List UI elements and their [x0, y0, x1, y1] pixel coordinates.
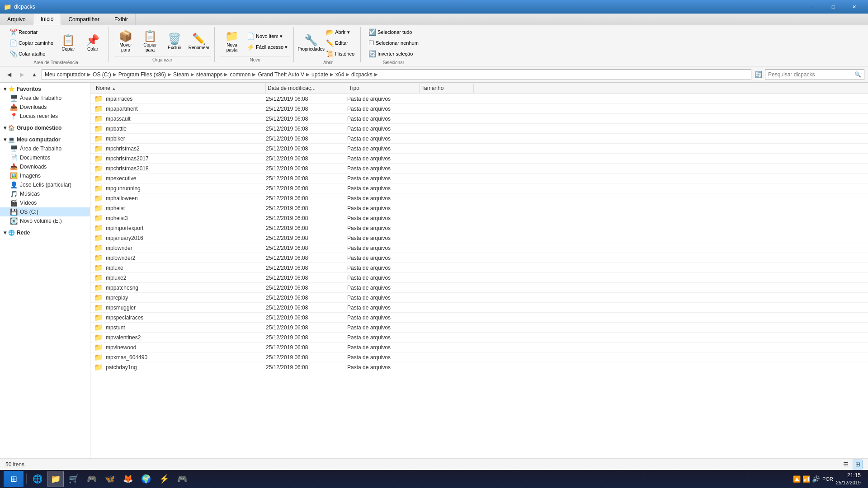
- table-row[interactable]: 📁 mpairraces 25/12/2019 06:08 Pasta de a…: [90, 94, 868, 104]
- path-steamapps[interactable]: steamapps: [196, 71, 223, 78]
- selecionar-nenhum-button[interactable]: ☐Selecionar nenhum: [366, 38, 421, 48]
- sidebar-section-mycomputer[interactable]: ▾ 💻 Meu computador: [0, 135, 90, 144]
- table-row[interactable]: 📁 mpbattle 25/12/2019 06:08 Pasta de arq…: [90, 124, 868, 134]
- maximize-button[interactable]: □: [823, 0, 844, 14]
- path-steam[interactable]: Steam: [173, 71, 189, 78]
- table-row[interactable]: 📁 mpsmuggler 25/12/2019 06:08 Pasta de a…: [90, 303, 868, 313]
- tab-arquivo[interactable]: Arquivo: [0, 14, 33, 25]
- taskbar-other[interactable]: 🦋: [102, 471, 118, 487]
- table-row[interactable]: 📁 mpstunt 25/12/2019 06:08 Pasta de arqu…: [90, 323, 868, 333]
- path-osc[interactable]: OS (C:): [93, 71, 111, 78]
- sidebar-item-documents[interactable]: 📄 Documentos: [0, 153, 90, 162]
- facil-acesso-button[interactable]: ⚡Fácil acesso ▾: [245, 42, 290, 52]
- taskbar-game[interactable]: 🎮: [84, 471, 100, 487]
- colar-atalho-button[interactable]: 📎Colar atalho: [7, 49, 56, 59]
- path-update[interactable]: update: [311, 71, 328, 78]
- details-view-button[interactable]: ☰: [841, 460, 851, 469]
- sidebar-item-novovol[interactable]: 💽 Novo volume (E:): [0, 216, 90, 225]
- table-row[interactable]: 📁 mpheist 25/12/2019 06:08 Pasta de arqu…: [90, 203, 868, 213]
- path-common[interactable]: common: [230, 71, 250, 78]
- address-path[interactable]: Meu computador ▶ OS (C:) ▶ Program Files…: [42, 69, 751, 80]
- renomear-button[interactable]: ✏️ Renomear: [187, 28, 211, 55]
- mover-para-button[interactable]: 📦 Moverpara: [114, 28, 137, 55]
- table-row[interactable]: 📁 mphalloween 25/12/2019 06:08 Pasta de …: [90, 193, 868, 203]
- sidebar-item-downloads[interactable]: 📥 Downloads: [0, 162, 90, 171]
- table-row[interactable]: 📁 patchday1ng 25/12/2019 06:08 Pasta de …: [90, 362, 868, 372]
- table-row[interactable]: 📁 mpspecialraces 25/12/2019 06:08 Pasta …: [90, 313, 868, 323]
- path-dlcpacks[interactable]: dlcpacks: [351, 71, 373, 78]
- table-row[interactable]: 📁 mppatchesng 25/12/2019 06:08 Pasta de …: [90, 283, 868, 293]
- recortar-button[interactable]: ✂️Recortar: [7, 27, 56, 37]
- tray-expand-icon[interactable]: 🔼: [793, 475, 801, 483]
- table-row[interactable]: 📁 mpvalentines2 25/12/2019 06:08 Pasta d…: [90, 333, 868, 343]
- inverter-selecao-button[interactable]: 🔄Inverter seleção: [366, 49, 415, 59]
- table-row[interactable]: 📁 mpchristmas2018 25/12/2019 06:08 Pasta…: [90, 164, 868, 174]
- minimize-button[interactable]: ─: [802, 0, 823, 14]
- forward-button[interactable]: ▶: [16, 69, 27, 80]
- sidebar-item-desktop[interactable]: 🖥️ Área de Trabalho: [0, 144, 90, 153]
- taskbar-store[interactable]: 🛒: [66, 471, 82, 487]
- path-mycomputer[interactable]: Meu computador: [45, 71, 85, 78]
- col-header-type[interactable]: Tipo: [347, 84, 420, 93]
- table-row[interactable]: 📁 mpheist3 25/12/2019 06:08 Pasta de arq…: [90, 213, 868, 223]
- table-row[interactable]: 📁 mpchristmas2 25/12/2019 06:08 Pasta de…: [90, 144, 868, 154]
- editar-button[interactable]: ✏️Editar: [324, 38, 357, 48]
- back-button[interactable]: ◀: [4, 69, 14, 80]
- sidebar-section-rede[interactable]: ▾ 🌐 Rede: [0, 228, 90, 237]
- selecionar-tudo-button[interactable]: ☑️Selecionar tudo: [366, 27, 414, 37]
- list-view-button[interactable]: ⊞: [853, 460, 863, 469]
- start-button[interactable]: ⊞: [4, 471, 24, 487]
- sidebar-item-osc[interactable]: 💾 OS (C:): [0, 207, 90, 216]
- sidebar-item-videos[interactable]: 🎬 Vídeos: [0, 198, 90, 207]
- taskbar-ie[interactable]: 🌐: [29, 471, 46, 487]
- col-header-date[interactable]: Data de modificaç...: [266, 84, 347, 93]
- table-row[interactable]: 📁 mpgunrunning 25/12/2019 06:08 Pasta de…: [90, 183, 868, 193]
- excluir-button[interactable]: 🗑️ Excluir: [163, 28, 186, 55]
- table-row[interactable]: 📁 mplowrider 25/12/2019 06:08 Pasta de a…: [90, 243, 868, 253]
- language-indicator[interactable]: POR: [822, 476, 833, 482]
- table-row[interactable]: 📁 mpxmas_604490 25/12/2019 06:08 Pasta d…: [90, 352, 868, 362]
- sidebar-section-favoritos[interactable]: ▾ ⭐ Favoritos: [0, 84, 90, 94]
- table-row[interactable]: 📁 mpchristmas2017 25/12/2019 06:08 Pasta…: [90, 154, 868, 164]
- copiar-caminho-button[interactable]: 📄Copiar caminho: [7, 38, 56, 48]
- table-row[interactable]: 📁 mpvinewood 25/12/2019 06:08 Pasta de a…: [90, 343, 868, 352]
- sidebar-item-music[interactable]: 🎵 Músicas: [0, 189, 90, 198]
- tab-exibir[interactable]: Exibir: [107, 14, 136, 25]
- abrir-button[interactable]: 📂Abrir ▾: [324, 27, 357, 37]
- colar-button[interactable]: 📌 Colar: [81, 30, 104, 56]
- tab-inicio[interactable]: Início: [33, 14, 61, 25]
- col-header-size[interactable]: Tamanho: [420, 84, 474, 93]
- path-gta5[interactable]: Grand Theft Auto V: [258, 71, 304, 78]
- nova-pasta-button[interactable]: 📁 Novapasta: [220, 28, 244, 55]
- table-row[interactable]: 📁 mpjanuary2016 25/12/2019 06:08 Pasta d…: [90, 233, 868, 243]
- path-programfiles[interactable]: Program Files (x86): [118, 71, 166, 78]
- table-row[interactable]: 📁 mpluxe2 25/12/2019 06:08 Pasta de arqu…: [90, 273, 868, 283]
- taskbar-firefox[interactable]: 🦊: [120, 471, 136, 487]
- table-row[interactable]: 📁 mpimportexport 25/12/2019 06:08 Pasta …: [90, 223, 868, 233]
- copiar-button[interactable]: 📋 Copiar: [57, 30, 80, 56]
- table-row[interactable]: 📁 mplowrider2 25/12/2019 06:08 Pasta de …: [90, 253, 868, 263]
- historico-button[interactable]: 📜Histórico: [324, 49, 357, 59]
- path-x64[interactable]: x64: [335, 71, 344, 78]
- sidebar-item-downloads-fav[interactable]: 📥 Downloads: [0, 103, 90, 112]
- sidebar-item-jose[interactable]: 👤 Jose Lelis (particular): [0, 180, 90, 189]
- sidebar-item-recent[interactable]: 📍 Locais recentes: [0, 112, 90, 121]
- col-header-name[interactable]: Nome ▲: [94, 84, 266, 93]
- taskbar-app2[interactable]: ⚡: [156, 471, 172, 487]
- sidebar-item-desktop-fav[interactable]: 🖥️ Área de Trabalho: [0, 94, 90, 103]
- copiar-para-button[interactable]: 📋 Copiarpara: [138, 28, 162, 55]
- table-row[interactable]: 📁 mpassault 25/12/2019 06:08 Pasta de ar…: [90, 114, 868, 124]
- sidebar-section-grupo[interactable]: ▾ 🏠 Grupo doméstico: [0, 123, 90, 132]
- sidebar-item-images[interactable]: 🖼️ Imagens: [0, 171, 90, 180]
- clock[interactable]: 21:15 25/12/2019: [836, 472, 861, 486]
- close-button[interactable]: ✕: [844, 0, 864, 14]
- tray-volume-icon[interactable]: 🔊: [812, 475, 820, 483]
- refresh-button[interactable]: 🔄: [753, 70, 763, 80]
- taskbar-chrome[interactable]: 🌍: [138, 471, 154, 487]
- search-input[interactable]: [768, 71, 853, 78]
- taskbar-steam[interactable]: 🎮: [174, 471, 190, 487]
- taskbar-explorer[interactable]: 📁: [47, 471, 64, 487]
- table-row[interactable]: 📁 mpapartment 25/12/2019 06:08 Pasta de …: [90, 104, 868, 114]
- novo-item-button[interactable]: 📄Novo item ▾: [245, 31, 290, 41]
- search-icon[interactable]: 🔍: [854, 71, 861, 78]
